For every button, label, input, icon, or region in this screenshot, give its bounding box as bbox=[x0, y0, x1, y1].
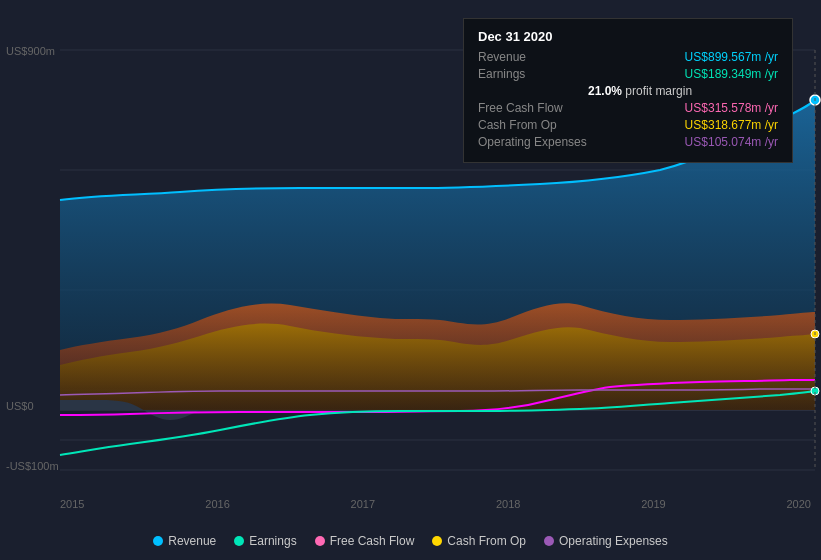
tooltip-profit-margin: 21.0% profit margin bbox=[478, 84, 778, 98]
tooltip-value-earnings: US$189.349m /yr bbox=[685, 67, 778, 81]
chart-legend: Revenue Earnings Free Cash Flow Cash Fro… bbox=[0, 534, 821, 548]
legend-dot-opex bbox=[544, 536, 554, 546]
tooltip-date: Dec 31 2020 bbox=[478, 29, 778, 44]
tooltip-label-opex: Operating Expenses bbox=[478, 135, 588, 149]
legend-revenue[interactable]: Revenue bbox=[153, 534, 216, 548]
legend-earnings[interactable]: Earnings bbox=[234, 534, 296, 548]
y-label-neg100: -US$100m bbox=[6, 460, 59, 472]
tooltip-row-opex: Operating Expenses US$105.074m /yr bbox=[478, 135, 778, 149]
legend-dot-fcf bbox=[315, 536, 325, 546]
tooltip-value-opex: US$105.074m /yr bbox=[685, 135, 778, 149]
tooltip-row-earnings: Earnings US$189.349m /yr bbox=[478, 67, 778, 81]
legend-opex[interactable]: Operating Expenses bbox=[544, 534, 668, 548]
x-label-2018: 2018 bbox=[496, 498, 520, 510]
legend-label-earnings: Earnings bbox=[249, 534, 296, 548]
x-label-2019: 2019 bbox=[641, 498, 665, 510]
y-label-0: US$0 bbox=[6, 400, 34, 412]
tooltip-label-earnings: Earnings bbox=[478, 67, 588, 81]
legend-label-revenue: Revenue bbox=[168, 534, 216, 548]
x-label-2016: 2016 bbox=[205, 498, 229, 510]
x-label-2017: 2017 bbox=[351, 498, 375, 510]
tooltip-value-cashop: US$318.677m /yr bbox=[685, 118, 778, 132]
legend-label-cashop: Cash From Op bbox=[447, 534, 526, 548]
legend-label-fcf: Free Cash Flow bbox=[330, 534, 415, 548]
tooltip-row-revenue: Revenue US$899.567m /yr bbox=[478, 50, 778, 64]
tooltip-label-revenue: Revenue bbox=[478, 50, 588, 64]
tooltip-value-revenue: US$899.567m /yr bbox=[685, 50, 778, 64]
legend-dot-revenue bbox=[153, 536, 163, 546]
legend-fcf[interactable]: Free Cash Flow bbox=[315, 534, 415, 548]
tooltip-panel: Dec 31 2020 Revenue US$899.567m /yr Earn… bbox=[463, 18, 793, 163]
legend-label-opex: Operating Expenses bbox=[559, 534, 668, 548]
x-label-2015: 2015 bbox=[60, 498, 84, 510]
y-label-900: US$900m bbox=[6, 45, 55, 57]
x-axis-labels: 2015 2016 2017 2018 2019 2020 bbox=[60, 498, 811, 510]
tooltip-row-cashop: Cash From Op US$318.677m /yr bbox=[478, 118, 778, 132]
tooltip-row-fcf: Free Cash Flow US$315.578m /yr bbox=[478, 101, 778, 115]
legend-dot-cashop bbox=[432, 536, 442, 546]
tooltip-value-fcf: US$315.578m /yr bbox=[685, 101, 778, 115]
legend-dot-earnings bbox=[234, 536, 244, 546]
tooltip-label-fcf: Free Cash Flow bbox=[478, 101, 588, 115]
tooltip-margin-value: 21.0% bbox=[588, 84, 622, 98]
tooltip-label-cashop: Cash From Op bbox=[478, 118, 588, 132]
x-label-2020: 2020 bbox=[786, 498, 810, 510]
legend-cashop[interactable]: Cash From Op bbox=[432, 534, 526, 548]
